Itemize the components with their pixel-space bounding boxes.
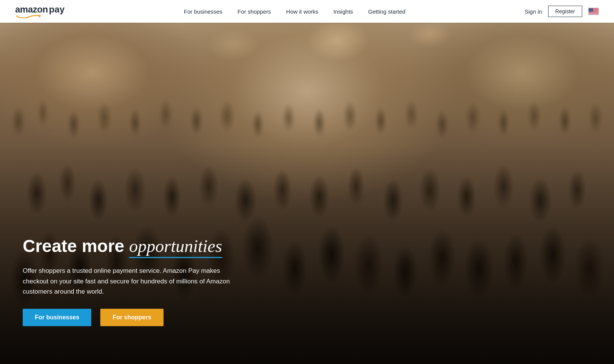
logo[interactable]: amazon pay [15, 5, 65, 18]
amazon-logo-text: amazon [15, 5, 48, 14]
us-flag-icon: ★★★★ ★★★ ★★★★ ★★★ ★★★★ [589, 8, 598, 15]
hero-title-cursive-part: opportunities [129, 236, 222, 258]
nav-for-shoppers[interactable]: For shoppers [237, 8, 271, 15]
cta-for-shoppers-button[interactable]: For shoppers [100, 309, 163, 326]
pay-logo-text: pay [49, 5, 64, 14]
svg-rect-12 [589, 15, 598, 15]
nav-for-businesses[interactable]: For businesses [184, 8, 223, 15]
svg-rect-9 [589, 13, 598, 14]
nav-how-it-works[interactable]: How it works [286, 8, 318, 15]
register-button[interactable]: Register [548, 6, 582, 17]
hero-title-bold-part: Create more [23, 236, 129, 256]
hero-subtitle: Offer shoppers a trusted online payment … [23, 266, 235, 297]
hero-content: Create more opportunities Offer shoppers… [23, 236, 235, 326]
amazon-smile-icon [15, 14, 42, 18]
header-right: Sign in Register ★★★★ [525, 6, 599, 17]
hero-section: Create more opportunities Offer shoppers… [0, 0, 614, 364]
nav-getting-started[interactable]: Getting started [368, 8, 405, 15]
sign-in-link[interactable]: Sign in [525, 8, 542, 15]
main-nav: For businesses For shoppers How it works… [184, 8, 405, 15]
hero-cta-buttons: For businesses For shoppers [23, 309, 235, 326]
svg-rect-11 [589, 14, 598, 14]
hero-title: Create more opportunities [23, 236, 235, 258]
nav-insights[interactable]: Insights [333, 8, 353, 15]
cta-for-businesses-button[interactable]: For businesses [23, 309, 91, 326]
svg-rect-7 [589, 12, 598, 12]
svg-rect-8 [589, 12, 598, 13]
site-header: amazon pay For businesses For shoppers H… [0, 0, 614, 23]
locale-flag[interactable]: ★★★★ ★★★ ★★★★ ★★★ ★★★★ [588, 8, 599, 15]
svg-rect-10 [589, 14, 598, 14]
